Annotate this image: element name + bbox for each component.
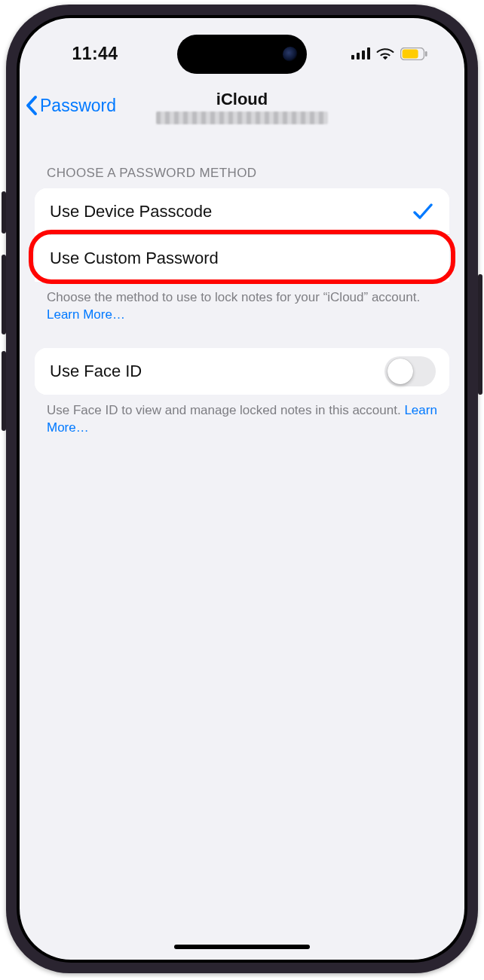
nav-subtitle-redacted: [156, 111, 328, 124]
svg-rect-6: [425, 51, 427, 56]
cellular-icon: [351, 47, 370, 60]
checkmark-icon: [413, 203, 433, 221]
volume-up-button: [2, 255, 6, 334]
face-id-group: Use Face ID: [35, 348, 449, 395]
option-use-face-id[interactable]: Use Face ID: [35, 348, 449, 395]
svg-rect-0: [351, 55, 354, 60]
chevron-left-icon: [24, 94, 41, 117]
phone-frame: 11:44: [6, 5, 478, 973]
section-footer: Use Face ID to view and manage locked no…: [35, 395, 449, 437]
toggle-knob: [388, 359, 413, 384]
footer-text: Choose the method to use to lock notes f…: [47, 290, 420, 304]
side-button: [478, 274, 482, 395]
front-camera: [283, 47, 298, 62]
home-indicator[interactable]: [174, 945, 310, 949]
password-method-group: Use Device Passcode Use Custom Password: [35, 188, 449, 282]
section-footer: Choose the method to use to lock notes f…: [35, 282, 449, 324]
section-header: CHOOSE A PASSWORD METHOD: [35, 166, 449, 188]
svg-rect-2: [362, 50, 365, 60]
option-label: Use Face ID: [50, 362, 142, 381]
option-use-custom-password[interactable]: Use Custom Password: [35, 235, 449, 282]
learn-more-link[interactable]: Learn More…: [47, 307, 125, 322]
back-label: Password: [40, 96, 116, 116]
option-label: Use Device Passcode: [50, 202, 212, 221]
battery-icon: [400, 47, 427, 60]
volume-down-button: [2, 351, 6, 431]
svg-rect-1: [357, 53, 360, 60]
option-use-device-passcode[interactable]: Use Device Passcode: [35, 188, 449, 235]
wifi-icon: [376, 47, 394, 60]
screen: 11:44: [20, 18, 464, 960]
face-id-toggle[interactable]: [384, 356, 436, 386]
footer-text: Use Face ID to view and manage locked no…: [47, 403, 404, 417]
silence-switch: [2, 191, 6, 234]
svg-rect-3: [367, 47, 370, 60]
option-label: Use Custom Password: [50, 249, 219, 268]
nav-bar: Password iCloud: [20, 90, 464, 142]
back-button[interactable]: Password: [24, 90, 116, 117]
status-time: 11:44: [20, 36, 170, 64]
dynamic-island: [177, 35, 307, 74]
svg-rect-5: [402, 49, 418, 58]
